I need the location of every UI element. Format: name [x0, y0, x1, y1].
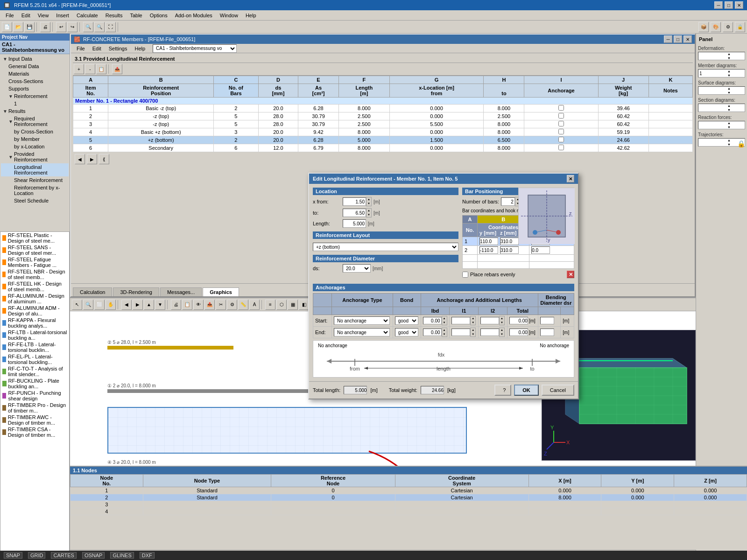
length-spinner[interactable]	[343, 219, 366, 228]
tree-supports[interactable]: Supports	[1, 85, 69, 92]
bar2-z[interactable]	[500, 246, 519, 254]
toolbar-settings[interactable]: ⚙	[723, 22, 733, 32]
gfx-more1[interactable]: ≡	[265, 300, 275, 310]
menu-help[interactable]: Help	[242, 12, 260, 19]
module-steel-sans[interactable]: RF-STEEL SANS - Design of steel mer...	[0, 244, 69, 256]
table-btn-add[interactable]: +	[74, 64, 84, 74]
gfx-zoom-rect[interactable]: ⬜	[94, 300, 105, 310]
gfx-move-up[interactable]: ▲	[144, 300, 154, 310]
close-button[interactable]: ✕	[735, 1, 743, 9]
x-from-spinner[interactable]: ▲ ▼	[343, 197, 372, 206]
module-el-pl[interactable]: RF-EL-PL - Lateral-torsional buckling...	[0, 353, 69, 365]
table-row[interactable]: 2 -z (top) 5 28.0 30.79 2.500 0.000 2.50…	[73, 112, 693, 120]
help-button[interactable]: ?	[494, 385, 511, 396]
tab-messages[interactable]: Messages...	[160, 287, 202, 296]
tab-3d-rendering[interactable]: 3D-Rendering	[113, 287, 159, 296]
gfx-ruler[interactable]: 📏	[238, 300, 248, 310]
module-aluminum-adm[interactable]: RF-ALUMINUM ADM - Design of alu...	[0, 305, 69, 317]
gfx-text[interactable]: A	[249, 300, 260, 310]
anchor-check-1[interactable]	[558, 105, 564, 111]
start-l2-spinner[interactable]: ▲ ▼	[480, 316, 505, 325]
tree-provided-reinforcement[interactable]: ▼ Provided Reinforcement	[1, 150, 69, 163]
sub-close-btn[interactable]: ✕	[684, 35, 692, 43]
gfx-move-right[interactable]: ▶	[133, 300, 143, 310]
start-lbd-spinner[interactable]: ▲ ▼	[423, 316, 448, 325]
module-aluminum[interactable]: RF-ALUMINUM - Design of aluminum ...	[0, 293, 69, 305]
table-row[interactable]: 3 -z (top) 5 28.0 30.79 2.500 5.500 8.00…	[73, 120, 693, 128]
gfx-settings[interactable]: ⚙	[227, 300, 237, 310]
end-bending-diam[interactable]	[540, 329, 559, 336]
bar1-y[interactable]	[479, 238, 498, 245]
tab-graphics[interactable]: Graphics	[203, 287, 239, 296]
module-c-to-t[interactable]: RF-C-TO-T - Analysis of limit slender...	[0, 365, 69, 378]
tree-cross-sections[interactable]: Cross-Sections	[1, 77, 69, 85]
bar2-beta[interactable]	[531, 246, 550, 254]
anchor-check-4[interactable]	[558, 129, 564, 134]
menu-edit[interactable]: Edit	[18, 12, 34, 19]
module-timber-csa[interactable]: RF-TIMBER CSA - Design of timber m...	[0, 426, 69, 438]
end-l1-spinner[interactable]: ▲ ▼	[451, 328, 476, 337]
bar-row-2[interactable]: 2	[463, 246, 574, 255]
snap-indicator[interactable]: SNAP	[4, 552, 22, 559]
tree-by-member[interactable]: by Member	[1, 135, 69, 143]
nav-prev[interactable]: ◀	[75, 154, 85, 164]
gfx-more3[interactable]: ▦	[288, 300, 298, 310]
table-row[interactable]: 5 +z (bottom) 2 20.0 6.28 5.000 1.500 6.…	[73, 136, 693, 144]
ok-button[interactable]: OK	[514, 385, 539, 396]
toolbar-fit[interactable]: ⛶	[106, 22, 116, 32]
gfx-print[interactable]: 🖨	[171, 300, 181, 310]
cancel-button[interactable]: Cancel	[542, 385, 574, 396]
node-row[interactable]: 1 Standard 0 Cartesian 0.000 0.000 0.000	[70, 487, 696, 494]
tree-input-data[interactable]: ▼ Input Data	[1, 55, 69, 63]
toolbar-undo[interactable]: ↩	[56, 22, 66, 32]
gfx-more4[interactable]: ◧	[299, 300, 309, 310]
anchor-check-6[interactable]	[558, 145, 564, 150]
tree-materials[interactable]: Materials	[1, 70, 69, 77]
module-punch[interactable]: RF-PUNCH - Punching shear design	[0, 390, 69, 402]
menu-options[interactable]: Options	[146, 12, 171, 19]
tree-required-reinforcement[interactable]: ▼ Required Reinforcement	[1, 115, 69, 128]
toolbar-open[interactable]: 📂	[13, 22, 23, 32]
nav-next[interactable]: ▶	[87, 154, 97, 164]
surface-diagrams-spinner[interactable]: ▲ ▼	[698, 86, 745, 95]
reinf-layout-select[interactable]: +z (bottom)	[313, 243, 458, 251]
module-ltb[interactable]: RF-LTB - Lateral-torsional buckling a...	[0, 329, 69, 341]
num-bars-spinner[interactable]: ▲ ▼	[501, 197, 521, 206]
sub-maximize-btn[interactable]: □	[674, 35, 682, 43]
sub-menu-file[interactable]: File	[73, 45, 89, 52]
tree-general-data[interactable]: General Data	[1, 63, 69, 70]
table-row[interactable]: 6 Secondary 6 12.0 6.79 8.000 0.000 8.00…	[73, 144, 693, 152]
sub-menu-settings[interactable]: Settings	[105, 45, 131, 52]
minimize-button[interactable]: ─	[714, 1, 723, 9]
modal-close-button[interactable]: ✕	[567, 175, 574, 182]
toolbar-print[interactable]: 🖨	[40, 22, 50, 32]
gfx-zoom[interactable]: 🔍	[83, 300, 93, 310]
sub-menu-edit[interactable]: Edit	[89, 45, 105, 52]
end-bond[interactable]: good	[395, 328, 418, 336]
toolbar-zoom-in[interactable]: 🔍	[83, 22, 93, 32]
menu-calculate[interactable]: Calculate	[73, 12, 102, 19]
module-steel-nbr[interactable]: RF-STEEL NBR - Design of steel memb...	[0, 268, 69, 280]
menu-insert[interactable]: Insert	[52, 12, 73, 19]
gfx-more2[interactable]: ⬡	[276, 300, 287, 310]
start-total-input[interactable]	[509, 317, 528, 324]
tab-calculation[interactable]: Calculation	[73, 287, 112, 296]
to-spinner[interactable]: ▲ ▼	[343, 208, 372, 217]
tree-shear[interactable]: Shear Reinforcement	[1, 176, 69, 184]
module-timber-pro[interactable]: RF-TIMBER Pro - Design of timber m...	[0, 402, 69, 414]
member-diagrams-spinner[interactable]: 1 ▲ ▼	[698, 69, 745, 77]
tree-reinf-x-loc[interactable]: Reinforcement by x-Location	[1, 184, 69, 197]
sub-minimize-btn[interactable]: ─	[664, 35, 672, 43]
deformation-spinner[interactable]: ▲ ▼	[698, 52, 745, 60]
end-lbd-spinner[interactable]: ▲ ▼	[423, 328, 448, 337]
menu-table[interactable]: Table	[126, 12, 146, 19]
gfx-copy[interactable]: 📋	[182, 300, 192, 310]
delete-button[interactable]: ✕	[567, 271, 574, 278]
grid-indicator[interactable]: GRID	[28, 552, 46, 559]
place-evenly-check[interactable]	[462, 272, 468, 278]
section-diagrams-spinner[interactable]: ▲ ▼	[698, 104, 745, 112]
gfx-move-down[interactable]: ▼	[155, 300, 165, 310]
node-row[interactable]: 3	[70, 501, 696, 508]
tree-results[interactable]: ▼ Results	[1, 107, 69, 115]
toolbar-render[interactable]: 🎨	[711, 22, 721, 32]
